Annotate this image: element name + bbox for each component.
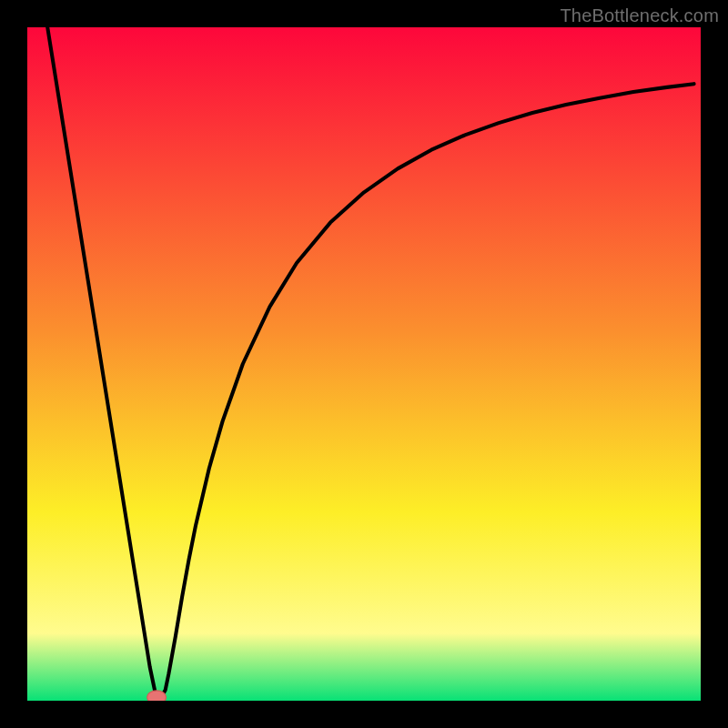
- attribution-text: TheBottleneck.com: [560, 5, 719, 26]
- bottleneck-curve-plot: [27, 27, 701, 701]
- chart-frame: TheBottleneck.com: [0, 0, 728, 728]
- minimum-marker: [147, 691, 167, 701]
- gradient-background: [27, 27, 701, 701]
